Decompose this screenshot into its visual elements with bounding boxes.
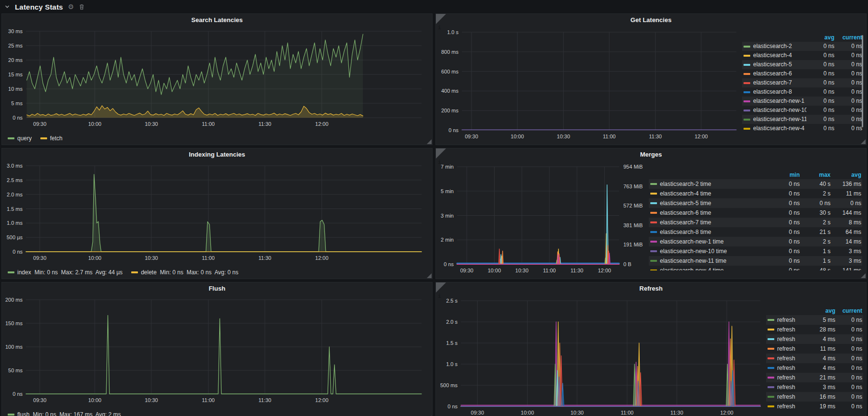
legend-row[interactable]: elasticsearch-new-100 ns0 ns	[742, 106, 863, 115]
x-tick-label: 09:30	[33, 397, 47, 403]
legend-row[interactable]: refresh19 ms0 ns	[766, 402, 863, 411]
legend-row[interactable]: elasticsearch-70 ns0 ns	[742, 78, 863, 87]
legend-column-header[interactable]: avg	[808, 306, 835, 315]
x-tick-label: 12:00	[598, 268, 611, 273]
resize-handle[interactable]	[427, 273, 432, 278]
legend-value: 0 ns	[806, 51, 834, 60]
legend-value: 0 ns	[769, 246, 800, 256]
info-icon[interactable]: i	[436, 14, 446, 24]
series-color-swatch	[131, 271, 138, 273]
trash-icon[interactable]	[79, 4, 85, 10]
series-fill-series-orange	[461, 339, 760, 406]
legend-row[interactable]: elasticsearch-new-10 time0 ns1 s3 ms	[649, 246, 862, 256]
legend-row[interactable]: refresh4 ms0 ns	[766, 334, 863, 344]
legend-label: elasticsearch-5 time	[660, 198, 769, 208]
legend-value: 0 ns	[835, 373, 862, 382]
legend-row[interactable]: refresh28 ms0 ns	[766, 325, 863, 334]
legend-row[interactable]: elasticsearch-20 ns0 ns	[742, 42, 863, 51]
legend-row[interactable]: elasticsearch-new-10 ns0 ns	[742, 97, 863, 106]
series-color-swatch	[650, 269, 657, 270]
y-tick-label: 1.5 s	[446, 340, 458, 346]
series-color-swatch	[650, 212, 657, 214]
legend-item[interactable]: indexMin: 0 ns Max: 2.7 ms Avg: 44 µs	[8, 269, 123, 276]
legend-row[interactable]: elasticsearch-50 ns0 ns	[742, 60, 863, 69]
legend-column-header[interactable]: min	[769, 171, 800, 179]
chart-merges[interactable]: 09:3010:0010:3011:0011:3012:007 min5 min…	[439, 160, 648, 278]
chart-flush[interactable]: 09:3010:0010:3011:0011:3012:00200 ms150 …	[4, 294, 430, 406]
legend-column-header[interactable]: avg	[806, 33, 834, 42]
chart-search-latencies[interactable]: 09:3010:0010:3011:0011:3012:0030 ms25 ms…	[4, 25, 430, 130]
info-icon[interactable]: i	[436, 148, 446, 159]
legend-scrollbar[interactable]	[862, 35, 863, 127]
chart-refresh[interactable]: 09:3010:0010:3011:0011:3012:002.5 s2.0 s…	[439, 294, 765, 416]
series-color-swatch	[768, 338, 774, 340]
legend-value: 0 ns	[834, 106, 862, 115]
legend-row[interactable]: refresh4 ms0 ns	[766, 363, 863, 373]
legend-row[interactable]: elasticsearch-2 time0 ns40 s136 ms	[649, 179, 862, 189]
panel-title[interactable]: Refresh	[436, 282, 866, 294]
legend-row[interactable]: elasticsearch-5 time0 ns0 ns0 ns	[649, 198, 862, 208]
legend-row[interactable]: elasticsearch-60 ns0 ns	[742, 69, 863, 78]
chart-indexing-latencies[interactable]: 09:3010:0010:3011:0011:3012:003.0 ms2.5 …	[4, 160, 430, 264]
y-tick-label: 3 min	[441, 213, 454, 219]
chart-get-latencies[interactable]: 09:3010:0010:3011:0011:3012:001.0 s800 m…	[439, 25, 740, 144]
series-line-series-orange	[457, 245, 619, 264]
legend-value: 8 ms	[831, 218, 861, 227]
legend-item[interactable]: deleteMin: 0 ns Max: 0 ns Avg: 0 ns	[131, 269, 238, 276]
series-color-swatch	[650, 193, 657, 195]
x-tick-label: 11:30	[259, 397, 272, 403]
x-tick-label: 10:00	[88, 255, 101, 261]
legend-row[interactable]: refresh3 ms0 ns	[766, 382, 863, 392]
panel-title[interactable]: Indexing Latencies	[2, 148, 432, 160]
legend-row[interactable]: elasticsearch-7 time0 ns2 s8 ms	[649, 218, 862, 227]
legend-row[interactable]: elasticsearch-4 time0 ns2 s11 ms	[649, 189, 862, 198]
legend-label: refresh	[777, 363, 808, 373]
legend-label: elasticsearch-7	[753, 78, 806, 87]
legend-row[interactable]: refresh21 ms0 ns	[766, 373, 863, 382]
legend-row[interactable]: refresh16 ms0 ns	[766, 392, 863, 402]
legend-row[interactable]: elasticsearch-8 time0 ns21 s64 ms	[649, 227, 862, 237]
x-tick-label: 10:30	[145, 255, 158, 261]
y-tick-label: 7 min	[441, 164, 454, 170]
legend-item[interactable]: query	[8, 135, 32, 142]
series-color-swatch	[768, 348, 774, 350]
legend-row[interactable]: elasticsearch-new-4 time0 ns48 s141 ms	[649, 266, 862, 270]
panel-title[interactable]: Flush	[2, 282, 432, 294]
x-tick-label: 11:30	[259, 255, 272, 261]
legend-row[interactable]: elasticsearch-new-1 time0 ns2 s14 ms	[649, 237, 862, 246]
legend-row[interactable]: elasticsearch-new-11 time0 ns1 s3 ms	[649, 256, 862, 266]
legend-row[interactable]: elasticsearch-40 ns0 ns	[742, 51, 863, 60]
legend-row[interactable]: elasticsearch-80 ns0 ns	[742, 87, 863, 97]
chevron-down-icon[interactable]	[4, 4, 10, 10]
legend-column-header[interactable]: avg	[831, 171, 861, 179]
dashboard: Latency Stats ⚙ Search Latencies 09:3010…	[0, 0, 868, 416]
series-color-swatch	[650, 250, 657, 252]
series-color-swatch	[768, 319, 774, 321]
legend-row[interactable]: elasticsearch-new-110 ns0 ns	[742, 115, 863, 124]
panel-title[interactable]: Search Latencies	[2, 14, 432, 25]
row-title[interactable]: Latency Stats	[15, 3, 63, 11]
legend-row[interactable]: refresh5 ms0 ns	[766, 315, 863, 325]
info-icon[interactable]: i	[436, 282, 446, 293]
panel-title[interactable]: Merges	[436, 148, 866, 160]
legend-row[interactable]: elasticsearch-new-40 ns0 ns	[742, 124, 863, 130]
legend-item[interactable]: fetch	[40, 135, 62, 142]
legend-row[interactable]: refresh11 ms0 ns	[766, 344, 863, 354]
legend-value: 2 s	[800, 218, 831, 227]
legend-row[interactable]: refresh4 ms0 ns	[766, 354, 863, 363]
legend-item[interactable]: flushMin: 0 ns Max: 167 ms Avg: 2 ms	[8, 411, 121, 416]
resize-handle[interactable]	[861, 273, 866, 278]
gear-icon[interactable]: ⚙	[68, 3, 74, 10]
y-right-tick-label: 763 MiB	[623, 184, 643, 189]
legend-value: 0 ns	[834, 115, 862, 124]
panel-title[interactable]: Get Latencies	[436, 14, 866, 25]
legend-column-header[interactable]: max	[800, 171, 831, 179]
x-tick-label: 11:00	[202, 121, 215, 127]
legend-column-header[interactable]: current	[835, 306, 862, 315]
legend-label: query	[17, 135, 32, 142]
legend-column-header[interactable]: current	[834, 33, 862, 42]
legend-value: 0 ns	[769, 266, 800, 270]
legend-row[interactable]: elasticsearch-6 time0 ns30 s144 ms	[649, 208, 862, 218]
resize-handle[interactable]	[427, 139, 432, 144]
resize-handle[interactable]	[861, 139, 866, 144]
